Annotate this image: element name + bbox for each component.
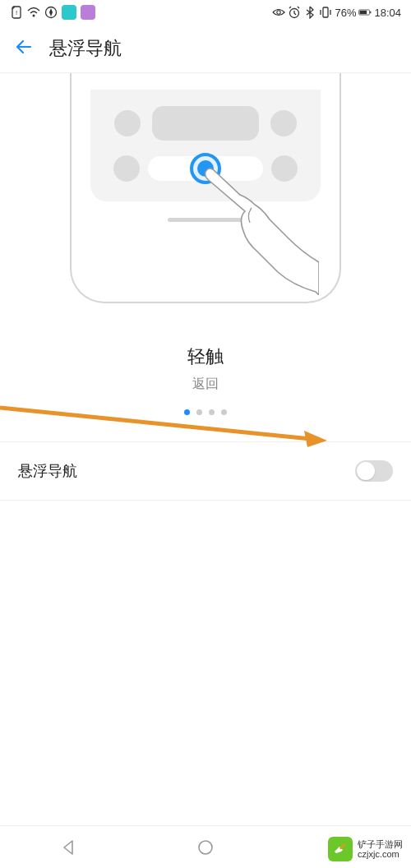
status-bar: ! 76% 18:04	[0, 0, 411, 25]
header: 悬浮导航	[0, 25, 411, 73]
setting-row-floating-nav[interactable]: 悬浮导航	[0, 441, 411, 501]
watermark-logo-icon	[328, 837, 353, 861]
illustration-bar	[152, 106, 259, 141]
hand-icon	[204, 164, 319, 295]
illustration-dot	[113, 155, 140, 182]
page-title: 悬浮导航	[49, 36, 122, 61]
clock-time: 18:04	[374, 7, 401, 19]
watermark: 铲子手游网 czjxjc.com	[328, 837, 403, 861]
watermark-url: czjxjc.com	[358, 849, 403, 859]
bluetooth-icon	[303, 6, 316, 19]
gesture-title: 轻触	[0, 344, 411, 369]
pager-dot	[184, 409, 190, 415]
status-left: !	[10, 5, 95, 20]
gesture-illustration	[0, 73, 411, 303]
touch-point-icon	[190, 153, 221, 184]
gesture-subtitle: 返回	[0, 376, 411, 393]
app-badge-2	[81, 5, 95, 20]
svg-rect-6	[323, 7, 328, 17]
illustration-swipe-bar	[148, 156, 263, 181]
watermark-name: 铲子手游网	[358, 839, 403, 849]
battery-percent: 76%	[335, 7, 356, 19]
app-badge-1	[62, 5, 76, 20]
pager-dot	[221, 409, 227, 415]
eye-icon	[272, 6, 285, 19]
svg-point-4	[277, 11, 280, 14]
pager-dot	[196, 409, 202, 415]
sim-icon: !	[10, 6, 23, 19]
back-button[interactable]	[13, 36, 35, 61]
setting-label: 悬浮导航	[18, 461, 77, 481]
svg-rect-9	[371, 12, 372, 13]
compass-icon	[44, 6, 58, 19]
status-right: 76% 18:04	[272, 6, 401, 19]
home-indicator-icon	[168, 218, 243, 222]
pager-dot	[209, 409, 215, 415]
illustration-dot	[114, 110, 141, 136]
floating-nav-toggle[interactable]	[355, 460, 393, 482]
svg-text:!: !	[16, 9, 17, 16]
vibrate-icon	[319, 6, 332, 19]
alarm-icon	[288, 6, 301, 19]
illustration-dot	[271, 155, 298, 182]
pager-dots[interactable]	[0, 409, 411, 415]
svg-rect-8	[360, 11, 367, 14]
svg-point-2	[33, 15, 35, 17]
illustration-dot	[270, 110, 297, 136]
svg-rect-14	[339, 843, 346, 849]
nav-back-button[interactable]	[57, 836, 80, 859]
gesture-info: 轻触 返回	[0, 344, 411, 393]
battery-icon	[358, 6, 372, 19]
wifi-icon	[27, 6, 40, 19]
nav-home-button[interactable]	[194, 836, 217, 859]
svg-point-12	[199, 841, 212, 854]
